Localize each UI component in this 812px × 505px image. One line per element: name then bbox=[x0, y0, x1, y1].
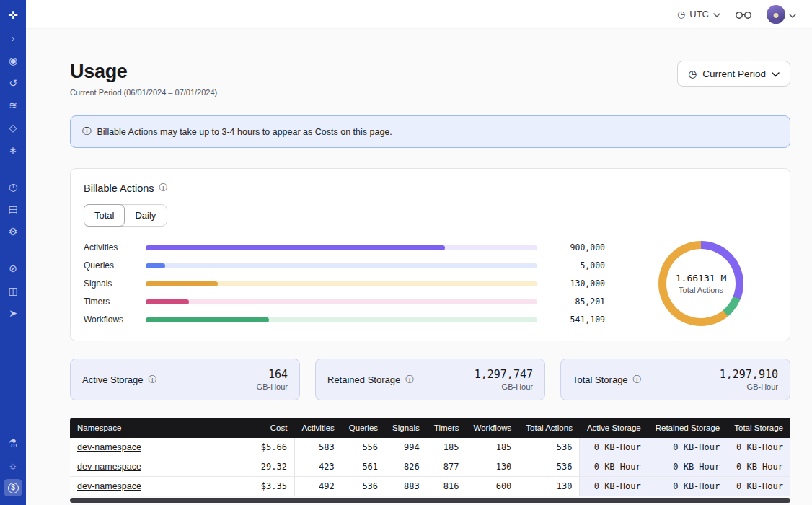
asterisk-icon[interactable]: ∗ bbox=[4, 141, 22, 159]
user-menu[interactable] bbox=[767, 5, 796, 24]
table-cell: 556 bbox=[342, 438, 385, 457]
bar-fill bbox=[146, 263, 165, 268]
total-storage-label: Total Storage bbox=[573, 374, 628, 385]
table-cell: $5.66 bbox=[254, 438, 295, 457]
main-area: ◷ UTC bbox=[26, 0, 812, 505]
table-cell: 492 bbox=[294, 477, 341, 496]
info-icon[interactable]: ⓘ bbox=[149, 374, 157, 386]
rocket-icon[interactable]: ➤ bbox=[4, 304, 22, 322]
namespace-usage-table-section: NamespaceCostActivitiesQueriesSignalsTim… bbox=[70, 418, 790, 503]
logo-icon[interactable]: ✛ bbox=[4, 7, 22, 25]
sun-icon[interactable]: ☼ bbox=[4, 457, 22, 474]
info-icon[interactable]: ⓘ bbox=[159, 182, 168, 194]
namespace-usage-table: NamespaceCostActivitiesQueriesSignalsTim… bbox=[70, 418, 790, 496]
glasses-icon[interactable] bbox=[735, 9, 752, 19]
namespace-link[interactable]: dev-namespace bbox=[70, 438, 254, 457]
retained-storage-card: Retained Storage ⓘ 1,297,747 GB-Hour bbox=[315, 359, 545, 400]
chevron-down-icon bbox=[713, 9, 720, 19]
topbar: ◷ UTC bbox=[26, 0, 812, 29]
history-icon[interactable]: ↺ bbox=[4, 74, 22, 92]
bar-label: Queries bbox=[84, 260, 136, 271]
tab-total[interactable]: Total bbox=[84, 204, 125, 227]
table-cell: 0 KB-Hour bbox=[648, 457, 728, 477]
bar-fill bbox=[146, 245, 445, 250]
card-title-row: Billable Actions ⓘ bbox=[84, 182, 777, 194]
chevron-down-icon bbox=[789, 8, 796, 21]
timezone-selector[interactable]: ◷ UTC bbox=[677, 9, 720, 19]
column-header: Signals bbox=[385, 418, 427, 438]
table-cell: 0 KB-Hour bbox=[580, 457, 648, 477]
active-storage-label: Active Storage bbox=[82, 374, 144, 385]
retained-storage-value: 1,297,747 bbox=[475, 368, 533, 381]
column-header: Active Storage bbox=[580, 418, 648, 438]
table-cell: 536 bbox=[518, 457, 580, 477]
info-icon[interactable]: ⓘ bbox=[633, 374, 642, 386]
page-subtitle: Current Period (06/01/2024 – 07/01/2024) bbox=[70, 88, 217, 97]
billable-actions-card: Billable Actions ⓘ TotalDaily Activities… bbox=[70, 168, 790, 341]
bar-track bbox=[146, 245, 537, 250]
table-row: dev-namespace$3.354925368838166001300 KB… bbox=[70, 477, 790, 496]
bar-row: Signals130,000 bbox=[84, 278, 605, 289]
bar-value: 85,201 bbox=[547, 297, 605, 307]
layers-icon[interactable]: ≋ bbox=[4, 97, 22, 114]
namespace-link[interactable]: dev-namespace bbox=[70, 457, 254, 477]
total-storage-value: 1,297,910 bbox=[720, 368, 778, 381]
tab-daily[interactable]: Daily bbox=[124, 205, 167, 226]
donut-total-value: 1.66131 M bbox=[676, 273, 726, 284]
table-cell: 0 KB-Hour bbox=[727, 477, 790, 496]
column-header: Queries bbox=[342, 418, 385, 438]
table-row: dev-namespace29.324235618268771305360 KB… bbox=[70, 457, 790, 477]
namespace-link[interactable]: dev-namespace bbox=[70, 477, 254, 496]
cube-icon[interactable]: ◇ bbox=[4, 119, 22, 136]
chevron-right-icon[interactable]: › bbox=[4, 30, 22, 47]
table-cell: 423 bbox=[294, 457, 341, 477]
gear-icon[interactable]: ⚙ bbox=[4, 223, 22, 240]
table-cell: 0 KB-Hour bbox=[727, 438, 790, 457]
slash-circle-icon[interactable]: ⊘ bbox=[4, 260, 22, 277]
table-cell: 0 KB-Hour bbox=[648, 438, 728, 457]
active-storage-value: 164 bbox=[257, 368, 288, 381]
total-storage-card: Total Storage ⓘ 1,297,910 GB-Hour bbox=[560, 359, 790, 400]
column-header: Activities bbox=[294, 418, 341, 438]
bar-label: Signals bbox=[84, 278, 136, 289]
target-icon[interactable]: ◉ bbox=[4, 52, 22, 69]
avatar bbox=[767, 5, 785, 24]
table-icon[interactable]: ▤ bbox=[4, 201, 22, 218]
table-cell: 29.32 bbox=[254, 457, 295, 477]
table-scrollbar[interactable] bbox=[70, 498, 790, 503]
bar-row: Queries5,000 bbox=[84, 260, 605, 271]
view-toggle: TotalDaily bbox=[84, 204, 167, 227]
period-selector-button[interactable]: ◷ Current Period bbox=[677, 61, 790, 87]
total-storage-unit: GB-Hour bbox=[720, 382, 778, 391]
bar-row: Activities900,000 bbox=[84, 242, 605, 252]
bar-fill bbox=[146, 299, 189, 304]
table-cell: 561 bbox=[342, 457, 385, 477]
banner-text: Billable Actions may take up to 3-4 hour… bbox=[97, 127, 392, 137]
flask-icon[interactable]: ⚗ bbox=[4, 434, 22, 452]
table-cell: 0 KB-Hour bbox=[580, 477, 648, 496]
period-button-label: Current Period bbox=[702, 69, 766, 79]
dollar-icon[interactable]: $ bbox=[4, 479, 22, 496]
app-window: ✛›◉↺≋◇∗◴▤⚙⊘◫➤⚗☼$ ◷ UTC bbox=[0, 0, 812, 505]
billable-actions-title: Billable Actions bbox=[84, 183, 154, 194]
bar-row: Timers85,201 bbox=[84, 297, 605, 307]
table-cell: 185 bbox=[467, 438, 519, 457]
bar-row: Workflows541,109 bbox=[84, 315, 605, 325]
bar-label: Activities bbox=[84, 242, 136, 252]
retained-storage-label: Retained Storage bbox=[327, 374, 400, 385]
book-icon[interactable]: ◫ bbox=[4, 282, 22, 299]
column-header: Retained Storage bbox=[648, 418, 728, 438]
table-cell: 826 bbox=[385, 457, 427, 477]
info-banner: ⓘ Billable Actions may take up to 3-4 ho… bbox=[70, 115, 790, 148]
table-cell: 583 bbox=[294, 438, 341, 457]
page-header: Usage Current Period (06/01/2024 – 07/01… bbox=[70, 61, 790, 97]
retained-storage-unit: GB-Hour bbox=[475, 382, 533, 391]
bar-label: Workflows bbox=[84, 315, 136, 325]
bar-track bbox=[146, 317, 537, 322]
table-cell: 0 KB-Hour bbox=[580, 438, 648, 457]
column-header: Cost bbox=[254, 418, 295, 438]
info-icon[interactable]: ⓘ bbox=[405, 374, 414, 386]
donut-subtitle: Total Actions bbox=[679, 286, 723, 294]
bar-track bbox=[146, 263, 537, 268]
globe-clock-icon[interactable]: ◴ bbox=[4, 178, 22, 196]
